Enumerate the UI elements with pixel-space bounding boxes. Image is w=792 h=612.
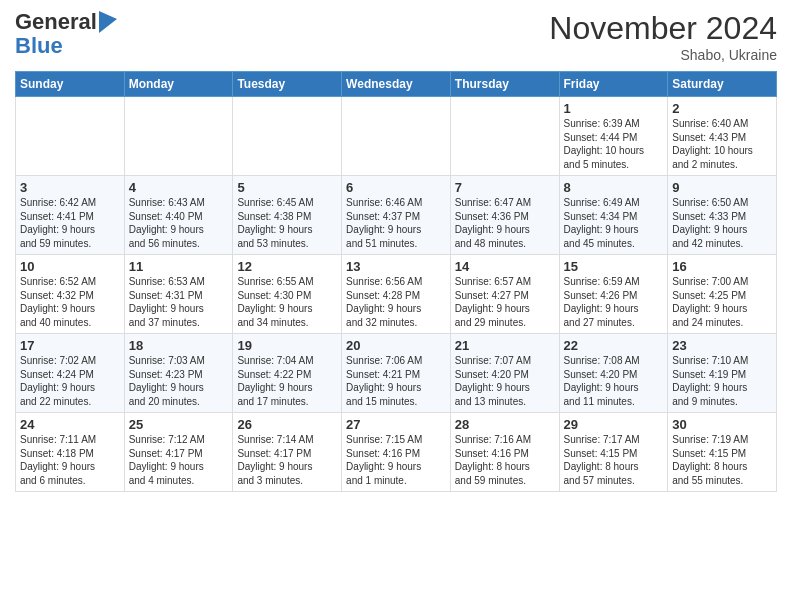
calendar-cell: 8Sunrise: 6:49 AM Sunset: 4:34 PM Daylig… [559,176,668,255]
day-info: Sunrise: 6:50 AM Sunset: 4:33 PM Dayligh… [672,196,772,250]
day-number: 5 [237,180,337,195]
calendar-cell: 22Sunrise: 7:08 AM Sunset: 4:20 PM Dayli… [559,334,668,413]
day-info: Sunrise: 7:03 AM Sunset: 4:23 PM Dayligh… [129,354,229,408]
day-info: Sunrise: 6:42 AM Sunset: 4:41 PM Dayligh… [20,196,120,250]
day-number: 6 [346,180,446,195]
day-number: 16 [672,259,772,274]
calendar-cell [233,97,342,176]
day-number: 7 [455,180,555,195]
calendar-cell [342,97,451,176]
title-block: November 2024 Shabo, Ukraine [549,10,777,63]
day-number: 13 [346,259,446,274]
day-info: Sunrise: 6:57 AM Sunset: 4:27 PM Dayligh… [455,275,555,329]
day-info: Sunrise: 6:49 AM Sunset: 4:34 PM Dayligh… [564,196,664,250]
logo: General Blue [15,10,117,58]
calendar-week-row: 24Sunrise: 7:11 AM Sunset: 4:18 PM Dayli… [16,413,777,492]
calendar-week-row: 1Sunrise: 6:39 AM Sunset: 4:44 PM Daylig… [16,97,777,176]
calendar-table: SundayMondayTuesdayWednesdayThursdayFrid… [15,71,777,492]
day-info: Sunrise: 6:45 AM Sunset: 4:38 PM Dayligh… [237,196,337,250]
calendar-cell: 11Sunrise: 6:53 AM Sunset: 4:31 PM Dayli… [124,255,233,334]
day-info: Sunrise: 6:46 AM Sunset: 4:37 PM Dayligh… [346,196,446,250]
calendar-cell: 7Sunrise: 6:47 AM Sunset: 4:36 PM Daylig… [450,176,559,255]
day-info: Sunrise: 7:17 AM Sunset: 4:15 PM Dayligh… [564,433,664,487]
calendar-cell: 3Sunrise: 6:42 AM Sunset: 4:41 PM Daylig… [16,176,125,255]
calendar-cell: 30Sunrise: 7:19 AM Sunset: 4:15 PM Dayli… [668,413,777,492]
day-info: Sunrise: 7:15 AM Sunset: 4:16 PM Dayligh… [346,433,446,487]
calendar-cell [450,97,559,176]
calendar-cell: 12Sunrise: 6:55 AM Sunset: 4:30 PM Dayli… [233,255,342,334]
calendar-cell: 25Sunrise: 7:12 AM Sunset: 4:17 PM Dayli… [124,413,233,492]
weekday-header: Tuesday [233,72,342,97]
day-info: Sunrise: 6:40 AM Sunset: 4:43 PM Dayligh… [672,117,772,171]
day-number: 2 [672,101,772,116]
calendar-week-row: 17Sunrise: 7:02 AM Sunset: 4:24 PM Dayli… [16,334,777,413]
logo-icon [99,11,117,33]
calendar-cell: 21Sunrise: 7:07 AM Sunset: 4:20 PM Dayli… [450,334,559,413]
calendar-cell [124,97,233,176]
day-number: 29 [564,417,664,432]
day-number: 30 [672,417,772,432]
calendar-cell: 29Sunrise: 7:17 AM Sunset: 4:15 PM Dayli… [559,413,668,492]
calendar-cell: 10Sunrise: 6:52 AM Sunset: 4:32 PM Dayli… [16,255,125,334]
calendar-week-row: 10Sunrise: 6:52 AM Sunset: 4:32 PM Dayli… [16,255,777,334]
day-number: 25 [129,417,229,432]
weekday-header: Thursday [450,72,559,97]
day-info: Sunrise: 6:53 AM Sunset: 4:31 PM Dayligh… [129,275,229,329]
day-number: 28 [455,417,555,432]
calendar-cell: 18Sunrise: 7:03 AM Sunset: 4:23 PM Dayli… [124,334,233,413]
day-info: Sunrise: 6:59 AM Sunset: 4:26 PM Dayligh… [564,275,664,329]
day-number: 17 [20,338,120,353]
calendar-cell: 15Sunrise: 6:59 AM Sunset: 4:26 PM Dayli… [559,255,668,334]
day-number: 8 [564,180,664,195]
day-number: 27 [346,417,446,432]
calendar-cell: 13Sunrise: 6:56 AM Sunset: 4:28 PM Dayli… [342,255,451,334]
day-info: Sunrise: 7:10 AM Sunset: 4:19 PM Dayligh… [672,354,772,408]
day-info: Sunrise: 6:43 AM Sunset: 4:40 PM Dayligh… [129,196,229,250]
calendar-cell: 17Sunrise: 7:02 AM Sunset: 4:24 PM Dayli… [16,334,125,413]
day-info: Sunrise: 6:39 AM Sunset: 4:44 PM Dayligh… [564,117,664,171]
day-number: 20 [346,338,446,353]
weekday-header: Monday [124,72,233,97]
day-info: Sunrise: 6:55 AM Sunset: 4:30 PM Dayligh… [237,275,337,329]
calendar-cell: 16Sunrise: 7:00 AM Sunset: 4:25 PM Dayli… [668,255,777,334]
logo-blue: Blue [15,34,117,58]
day-number: 12 [237,259,337,274]
day-info: Sunrise: 7:07 AM Sunset: 4:20 PM Dayligh… [455,354,555,408]
calendar-cell: 9Sunrise: 6:50 AM Sunset: 4:33 PM Daylig… [668,176,777,255]
logo-general: General [15,10,97,34]
day-info: Sunrise: 7:08 AM Sunset: 4:20 PM Dayligh… [564,354,664,408]
day-number: 18 [129,338,229,353]
calendar-cell: 26Sunrise: 7:14 AM Sunset: 4:17 PM Dayli… [233,413,342,492]
calendar-cell: 27Sunrise: 7:15 AM Sunset: 4:16 PM Dayli… [342,413,451,492]
day-info: Sunrise: 6:52 AM Sunset: 4:32 PM Dayligh… [20,275,120,329]
day-number: 24 [20,417,120,432]
day-info: Sunrise: 7:19 AM Sunset: 4:15 PM Dayligh… [672,433,772,487]
day-number: 23 [672,338,772,353]
calendar-cell: 28Sunrise: 7:16 AM Sunset: 4:16 PM Dayli… [450,413,559,492]
calendar-cell: 6Sunrise: 6:46 AM Sunset: 4:37 PM Daylig… [342,176,451,255]
calendar-cell [16,97,125,176]
calendar-cell: 2Sunrise: 6:40 AM Sunset: 4:43 PM Daylig… [668,97,777,176]
weekday-header: Wednesday [342,72,451,97]
day-number: 10 [20,259,120,274]
day-info: Sunrise: 7:16 AM Sunset: 4:16 PM Dayligh… [455,433,555,487]
day-info: Sunrise: 6:56 AM Sunset: 4:28 PM Dayligh… [346,275,446,329]
page-container: General Blue November 2024 Shabo, Ukrain… [0,0,792,497]
calendar-week-row: 3Sunrise: 6:42 AM Sunset: 4:41 PM Daylig… [16,176,777,255]
day-number: 22 [564,338,664,353]
weekday-header: Saturday [668,72,777,97]
day-info: Sunrise: 6:47 AM Sunset: 4:36 PM Dayligh… [455,196,555,250]
day-number: 14 [455,259,555,274]
day-number: 11 [129,259,229,274]
weekday-header-row: SundayMondayTuesdayWednesdayThursdayFrid… [16,72,777,97]
calendar-cell: 23Sunrise: 7:10 AM Sunset: 4:19 PM Dayli… [668,334,777,413]
day-info: Sunrise: 7:00 AM Sunset: 4:25 PM Dayligh… [672,275,772,329]
location: Shabo, Ukraine [549,47,777,63]
month-title: November 2024 [549,10,777,47]
calendar-cell: 1Sunrise: 6:39 AM Sunset: 4:44 PM Daylig… [559,97,668,176]
day-number: 1 [564,101,664,116]
day-info: Sunrise: 7:11 AM Sunset: 4:18 PM Dayligh… [20,433,120,487]
day-info: Sunrise: 7:02 AM Sunset: 4:24 PM Dayligh… [20,354,120,408]
day-info: Sunrise: 7:14 AM Sunset: 4:17 PM Dayligh… [237,433,337,487]
day-number: 21 [455,338,555,353]
